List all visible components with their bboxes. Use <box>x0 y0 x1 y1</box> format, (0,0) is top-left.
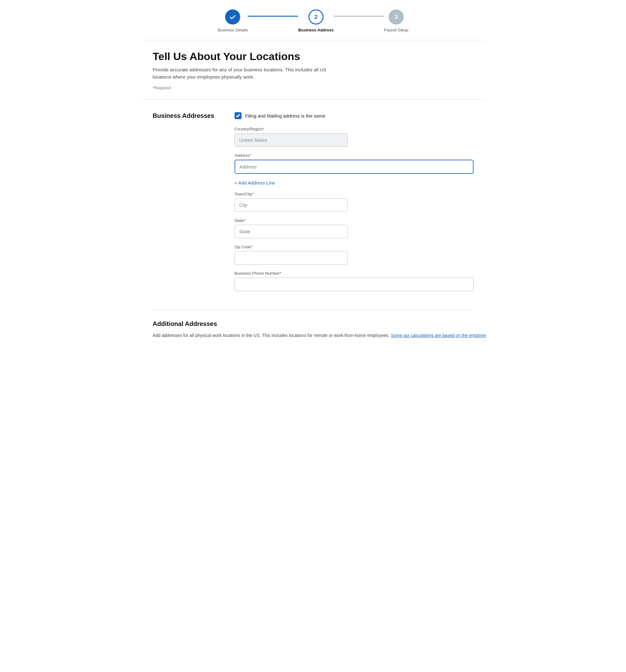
additional-addresses-section: Additional Addresses Add addresses for a… <box>153 310 473 352</box>
address-group: Address* <box>235 153 473 174</box>
page-description: Provide accurate addresses for any of yo… <box>153 66 335 80</box>
step-3: 3 Payroll Setup <box>384 9 408 32</box>
phone-label: Business Phone Number* <box>235 271 473 275</box>
tax-calculations-link[interactable]: Some tax calculations are based on the e… <box>391 333 486 338</box>
step-2-circle: 2 <box>308 9 324 25</box>
additional-title: Additional Addresses <box>153 320 486 328</box>
filing-mailing-checkbox[interactable] <box>235 112 241 119</box>
state-group: State* <box>235 218 473 238</box>
filing-mailing-label: Filing and Mailing address is the same <box>245 113 325 119</box>
step-2-label: Business Address <box>298 28 333 32</box>
country-input[interactable] <box>235 133 348 147</box>
step-3-label: Payroll Setup <box>384 28 408 32</box>
connector-2-3 <box>333 16 384 17</box>
city-input[interactable] <box>235 198 348 212</box>
state-label: State* <box>235 218 473 223</box>
step-1-circle <box>225 9 240 25</box>
phone-input[interactable] <box>235 278 473 291</box>
business-addresses-form: Filing and Mailing address is the same C… <box>235 112 473 297</box>
zip-input[interactable] <box>235 251 348 265</box>
filing-mailing-checkbox-row[interactable]: Filing and Mailing address is the same <box>235 112 473 119</box>
city-label: Town/City* <box>235 192 473 196</box>
address-input[interactable] <box>235 160 473 174</box>
step-1-label: Business Details <box>217 28 248 32</box>
business-addresses-title: Business Addresses <box>153 112 216 119</box>
country-label: Country/Region* <box>235 127 473 131</box>
phone-group: Business Phone Number* <box>235 271 473 291</box>
business-addresses-section: Business Addresses Filing and Mailing ad… <box>153 100 473 310</box>
country-group: Country/Region* <box>235 127 473 147</box>
step-3-circle: 3 <box>389 9 404 25</box>
add-address-line-button[interactable]: + Add Address Line <box>235 180 275 186</box>
business-addresses-label: Business Addresses <box>153 112 216 297</box>
state-input[interactable] <box>235 225 348 238</box>
step-1: Business Details <box>217 9 248 32</box>
page-header: Tell Us About Your Locations Provide acc… <box>153 40 473 97</box>
zip-label: Zip Code* <box>235 244 473 249</box>
city-group: Town/City* <box>235 192 473 212</box>
additional-description: Add addresses for all physical work loca… <box>153 332 486 339</box>
step-2: 2 Business Address <box>298 9 333 32</box>
address-label: Address* <box>235 153 473 158</box>
required-note: *Required <box>153 86 171 90</box>
zip-group: Zip Code* <box>235 244 473 265</box>
page-title: Tell Us About Your Locations <box>153 50 473 63</box>
additional-label-area: Additional Addresses Add addresses for a… <box>153 320 486 339</box>
connector-1-2 <box>248 16 298 17</box>
stepper: Business Details 2 Business Address 3 Pa… <box>153 0 473 40</box>
